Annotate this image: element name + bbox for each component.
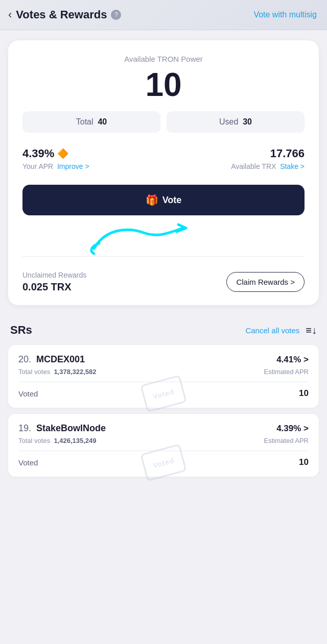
sr-voted-count-1: 10 — [299, 388, 309, 399]
back-button[interactable]: ‹ — [8, 9, 12, 20]
arrow-annotation — [22, 226, 305, 256]
main-card: Available TRON Power 10 Total 40 Used 30… — [8, 40, 319, 305]
tron-power-value: 10 — [22, 68, 305, 101]
sr-voted-row-1: Voted Voted 10 — [18, 388, 309, 399]
trx-label: Available TRX — [231, 162, 276, 170]
sr-name-1: 20. MCDEX001 — [18, 354, 85, 365]
unclaimed-left: Unclaimed Rewards 0.025 TRX — [22, 271, 86, 293]
apr-arrow-icon: 🔶 — [57, 148, 68, 159]
unclaimed-row: Unclaimed Rewards 0.025 TRX Claim Reward… — [22, 267, 305, 293]
cancel-all-votes-button[interactable]: Cancel all votes — [245, 326, 299, 335]
sr-apr-2: 4.39% > — [276, 424, 309, 434]
sr-votes-label-1: Total votes 1,378,322,582 — [18, 368, 97, 376]
trx-metric: 17.766 Available TRX Stake > — [231, 147, 305, 170]
header-left: ‹ Votes & Rewards ? — [8, 8, 121, 21]
sr-voted-label-1: Voted — [18, 389, 38, 398]
sr-votes-label-2: Total votes 1,426,135,249 — [18, 437, 97, 444]
sr-estimated-label-1: Estimated APR — [264, 368, 309, 376]
improve-link[interactable]: Improve > — [57, 162, 89, 170]
srs-actions: Cancel all votes ≡↓ — [245, 325, 317, 336]
sr-name-2: 19. StakeBowlNode — [18, 423, 106, 434]
sr-voted-row-2: Voted Voted 10 — [18, 457, 309, 467]
arrow-svg — [84, 220, 196, 256]
sr-voted-count-2: 10 — [299, 457, 309, 467]
vote-icon: 🎁 — [146, 194, 158, 206]
sr-rank-2: 19. — [18, 423, 31, 433]
used-stat: Used 30 — [167, 111, 305, 133]
header: ‹ Votes & Rewards ? Vote with multisig — [0, 0, 327, 30]
sr-voted-label-2: Voted — [18, 458, 38, 467]
divider — [22, 256, 305, 257]
sr-apr-1: 4.41% > — [276, 355, 309, 365]
vote-button[interactable]: 🎁 Vote — [22, 185, 305, 215]
claim-rewards-button[interactable]: Claim Rewards > — [226, 272, 305, 292]
page-title: Votes & Rewards — [16, 8, 107, 21]
help-button[interactable]: ? — [111, 10, 121, 20]
voted-stamp-2: Voted — [140, 443, 187, 481]
voted-stamp-1: Voted — [140, 375, 187, 412]
total-stat: Total 40 — [22, 111, 160, 133]
srs-title: SRs — [10, 324, 32, 337]
multisig-button[interactable]: Vote with multisig — [253, 10, 317, 19]
sr-card-2[interactable]: 19. StakeBowlNode 4.39% > Total votes 1,… — [8, 414, 319, 477]
metrics-row: 4.39% 🔶 Your APR Improve > 17.766 Availa… — [22, 147, 305, 170]
available-label: Available TRON Power — [22, 55, 305, 63]
stake-link[interactable]: Stake > — [280, 162, 305, 170]
srs-header: SRs Cancel all votes ≡↓ — [0, 315, 327, 345]
bottom-padding — [0, 483, 327, 503]
apr-value: 4.39% — [22, 147, 54, 160]
trx-value: 17.766 — [270, 147, 305, 160]
apr-label: Your APR — [22, 162, 53, 170]
sr-card-1[interactable]: 20. MCDEX001 4.41% > Total votes 1,378,3… — [8, 345, 319, 408]
vote-label: Vote — [162, 195, 182, 206]
unclaimed-label: Unclaimed Rewards — [22, 271, 86, 279]
apr-metric: 4.39% 🔶 Your APR Improve > — [22, 147, 89, 170]
sort-icon[interactable]: ≡↓ — [306, 325, 317, 336]
sr-rank-1: 20. — [18, 354, 31, 364]
power-stats: Total 40 Used 30 — [22, 111, 305, 133]
sr-estimated-label-2: Estimated APR — [264, 437, 309, 444]
unclaimed-value: 0.025 TRX — [22, 281, 86, 293]
